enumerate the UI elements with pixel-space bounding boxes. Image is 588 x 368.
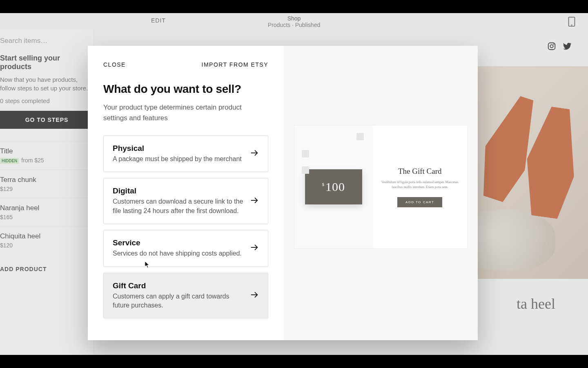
modal-preview-panel: $ 100 The Gift Card Vestibulum id ligula…: [284, 46, 478, 340]
arrow-right-icon: [250, 243, 259, 254]
option-title: Physical: [113, 144, 242, 153]
letterbox-bottom: [0, 355, 588, 368]
arrow-right-icon: [250, 196, 259, 206]
placeholder-square: [302, 150, 309, 157]
add-to-cart-button[interactable]: ADD TO CART: [397, 197, 442, 207]
option-service[interactable]: Service Services do not have shipping co…: [103, 230, 268, 267]
product-type-modal: CLOSE IMPORT FROM ETSY What do you want …: [88, 46, 478, 340]
option-digital[interactable]: Digital Customers can download a secure …: [103, 178, 268, 224]
workspace: EDIT Shop Products · Published Search it…: [0, 13, 588, 355]
modal-title: What do you want to sell?: [103, 83, 268, 96]
option-title: Gift Card: [113, 281, 243, 290]
placeholder-square: [356, 133, 364, 140]
option-desc: Customers can download a secure link to …: [113, 197, 243, 215]
gift-card-description: Vestibulum id ligula porta felis euismod…: [381, 180, 459, 190]
placeholder-square: [302, 166, 309, 174]
gift-card-preview: $ 100 The Gift Card Vestibulum id ligula…: [294, 126, 467, 248]
arrow-right-icon: [250, 148, 259, 159]
gift-card-detail-side: The Gift Card Vestibulum id ligula porta…: [373, 126, 468, 248]
option-desc: Services do not have shipping costs appl…: [113, 249, 242, 258]
option-gift-card[interactable]: Gift Card Customers can apply a gift car…: [103, 273, 268, 319]
import-from-etsy-button[interactable]: IMPORT FROM ETSY: [202, 61, 269, 68]
close-button[interactable]: CLOSE: [103, 61, 126, 68]
gift-card-title: The Gift Card: [398, 167, 442, 176]
gift-card-graphic: $ 100: [305, 169, 362, 204]
gift-card-amount: 100: [325, 180, 345, 194]
modal-left-panel: CLOSE IMPORT FROM ETSY What do you want …: [88, 46, 284, 340]
currency-symbol: $: [322, 182, 325, 187]
modal-subtitle: Your product type determines certain pro…: [103, 102, 263, 123]
arrow-right-icon: [250, 290, 259, 301]
option-physical[interactable]: Physical A package must be shipped by th…: [103, 135, 268, 172]
letterbox-top: [0, 0, 588, 13]
modal-topbar: CLOSE IMPORT FROM ETSY: [103, 61, 268, 68]
option-title: Service: [113, 238, 242, 247]
option-title: Digital: [113, 186, 243, 195]
option-desc: A package must be shipped by the merchan…: [113, 155, 242, 164]
option-desc: Customers can apply a gift card towards …: [113, 292, 243, 310]
gift-card-image-side: $ 100: [294, 126, 373, 248]
